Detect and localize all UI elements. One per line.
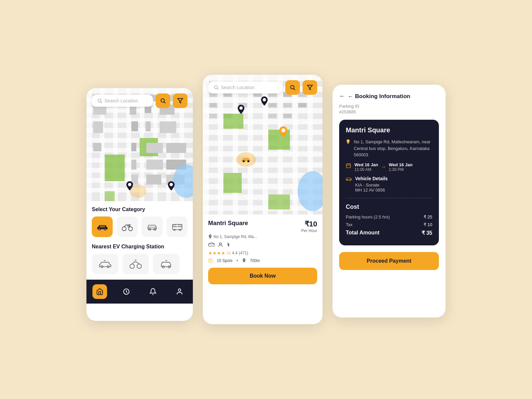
booking-place-name: Mantri Square bbox=[346, 126, 432, 134]
svg-rect-37 bbox=[131, 143, 136, 151]
svg-marker-56 bbox=[178, 98, 183, 103]
search-btn-icon-s2 bbox=[290, 84, 296, 90]
car-icon bbox=[96, 223, 108, 231]
ev-auto[interactable] bbox=[153, 254, 180, 274]
amenities-row bbox=[208, 242, 317, 248]
svg-point-150 bbox=[243, 259, 244, 260]
svg-rect-12 bbox=[86, 88, 92, 201]
price-amount: ₹10 bbox=[301, 220, 317, 228]
nav-home[interactable] bbox=[92, 284, 107, 299]
svg-rect-33 bbox=[131, 121, 138, 131]
ev-auto-icon bbox=[160, 259, 173, 269]
svg-rect-122 bbox=[268, 103, 277, 107]
ev-bike[interactable] bbox=[122, 254, 149, 274]
home-icon bbox=[96, 288, 103, 295]
nav-history[interactable] bbox=[119, 284, 134, 299]
booking-back-title: ← ← Booking Information bbox=[339, 93, 439, 100]
time-from: 11:00 AM bbox=[354, 167, 378, 172]
svg-rect-120 bbox=[209, 103, 217, 107]
screen2-search-button[interactable] bbox=[285, 80, 300, 95]
booking-vehicle-row: Vehicle Details KIA - Sonate MH 12 AV 08… bbox=[346, 176, 432, 193]
calendar-icon bbox=[346, 163, 351, 169]
svg-rect-105 bbox=[248, 75, 253, 214]
svg-rect-128 bbox=[283, 114, 292, 118]
nav-profile[interactable] bbox=[172, 284, 187, 299]
parking-spots-icon: P bbox=[208, 258, 213, 263]
cost-row-tax: Tax ₹ 10 bbox=[346, 222, 432, 227]
svg-rect-127 bbox=[268, 114, 277, 118]
svg-rect-71 bbox=[178, 225, 181, 226]
screen1-search-input-wrap[interactable]: Search Location bbox=[92, 95, 153, 107]
screens-container: Search Location Select Your Category bbox=[86, 75, 446, 324]
auto-icon bbox=[146, 222, 158, 231]
filter-btn-icon-s2 bbox=[307, 84, 313, 90]
screen1-bottom-nav bbox=[86, 280, 193, 304]
category-auto[interactable] bbox=[142, 216, 163, 237]
date-time-row: Wed 16 Jan 11:00 AM → Wed 16 Jan 1:30 PM bbox=[354, 162, 413, 172]
nav-notifications[interactable] bbox=[146, 284, 160, 299]
category-car[interactable] bbox=[92, 216, 113, 237]
booking-address-row: No 1, Sampige Rd, Malleshwaram, near Cen… bbox=[346, 139, 432, 158]
price-block: ₹10 Per Hour bbox=[301, 220, 317, 233]
svg-rect-41 bbox=[146, 160, 163, 170]
address-icon bbox=[346, 139, 350, 146]
category-motorcycle[interactable] bbox=[117, 216, 138, 237]
covered-icon bbox=[208, 242, 215, 247]
svg-rect-64 bbox=[128, 224, 130, 225]
svg-point-54 bbox=[161, 99, 165, 102]
parking-card: Mantri Square ₹10 Per Hour No 1, Sampige… bbox=[203, 214, 323, 290]
svg-line-143 bbox=[294, 88, 295, 90]
svg-point-60 bbox=[104, 228, 106, 230]
ev-car[interactable] bbox=[92, 254, 118, 274]
svg-rect-103 bbox=[218, 75, 223, 214]
svg-rect-104 bbox=[233, 75, 238, 214]
vehicle-info-block: Vehicle Details KIA - Sonate MH 12 AV 08… bbox=[355, 176, 388, 193]
half-star: ½ bbox=[227, 250, 231, 256]
cost-row-total: Total Amount ₹ 35 bbox=[346, 230, 432, 236]
proceed-payment-button[interactable]: Proceed Payment bbox=[339, 252, 439, 270]
svg-point-135 bbox=[243, 160, 245, 162]
screen1-filter-button[interactable] bbox=[173, 93, 188, 108]
svg-line-141 bbox=[217, 88, 218, 90]
screen1-bottom-panel: Select Your Category bbox=[86, 201, 193, 280]
svg-rect-124 bbox=[298, 103, 307, 107]
ev-grid bbox=[92, 254, 188, 274]
time-to: 1:30 PM bbox=[389, 167, 412, 172]
svg-point-59 bbox=[99, 228, 100, 230]
screen1-search-button[interactable] bbox=[156, 93, 170, 108]
category-bus[interactable] bbox=[167, 216, 188, 237]
review-count: (471) bbox=[239, 251, 248, 255]
svg-rect-39 bbox=[166, 143, 186, 153]
vehicle-plate: MH 12 AV 0856 bbox=[355, 188, 388, 193]
svg-point-48 bbox=[128, 183, 131, 186]
svg-rect-44 bbox=[146, 175, 161, 185]
parking-id-value: #253685 bbox=[339, 109, 439, 114]
svg-rect-102 bbox=[203, 75, 209, 214]
vehicle-label: Vehicle Details bbox=[355, 176, 388, 181]
screen1-map: Search Location bbox=[86, 88, 193, 201]
back-arrow[interactable]: ← bbox=[339, 93, 345, 100]
screen2-filter-button[interactable] bbox=[303, 80, 317, 95]
cost-tax-amount: ₹ 10 bbox=[424, 222, 432, 227]
svg-marker-144 bbox=[308, 85, 313, 90]
total-label: Total Amount bbox=[346, 230, 379, 236]
cost-parking-label: Parking hours (2.5 hrs) bbox=[346, 214, 390, 219]
booking-info-card: Mantri Square No 1, Sampige Rd, Malleshw… bbox=[339, 120, 439, 245]
svg-rect-152 bbox=[346, 164, 350, 168]
svg-text:P: P bbox=[210, 260, 211, 262]
svg-point-136 bbox=[247, 160, 249, 162]
book-now-button[interactable]: Book Now bbox=[208, 268, 317, 284]
screen2-search-input-wrap[interactable]: Search Location bbox=[208, 81, 283, 93]
svg-rect-32 bbox=[93, 121, 103, 133]
svg-rect-61 bbox=[99, 225, 105, 227]
star-rating: ★★★★ bbox=[208, 250, 225, 256]
cost-tax-label: Tax bbox=[346, 222, 352, 227]
cost-parking-amount: ₹ 25 bbox=[424, 214, 432, 219]
booking-date-row: Wed 16 Jan 11:00 AM → Wed 16 Jan 1:30 PM bbox=[346, 162, 432, 172]
info-row: P 15 Spots • 700m bbox=[208, 258, 317, 263]
svg-point-140 bbox=[214, 86, 217, 89]
cost-divider bbox=[346, 198, 432, 198]
booking-title: ← Booking Information bbox=[348, 93, 410, 100]
motorcycle-icon bbox=[121, 222, 133, 231]
svg-rect-129 bbox=[223, 114, 243, 129]
